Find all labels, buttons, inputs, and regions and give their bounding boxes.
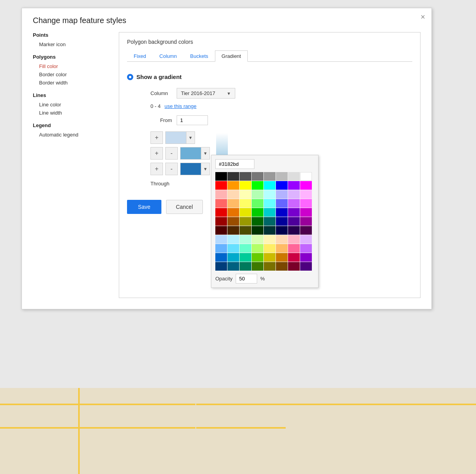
cc-r7c8[interactable] <box>300 244 312 253</box>
cc-r1c8[interactable] <box>300 190 312 199</box>
cc-r8c8[interactable] <box>300 253 312 262</box>
color-cell-grey3[interactable] <box>264 172 276 181</box>
cc-r8c7[interactable] <box>288 253 300 262</box>
cc-r4c4[interactable] <box>252 217 263 226</box>
color-cell-red[interactable] <box>215 181 227 190</box>
cc-r9c4[interactable] <box>252 262 263 271</box>
cc-r9c8[interactable] <box>300 262 312 271</box>
cc-r9c7[interactable] <box>288 262 300 271</box>
cc-r4c2[interactable] <box>227 217 239 226</box>
add-color-1-button[interactable]: + <box>150 131 163 144</box>
color-swatch-1-button[interactable]: ▼ <box>165 131 195 144</box>
cc-r4c3[interactable] <box>240 217 251 226</box>
from-input[interactable] <box>177 115 208 125</box>
cc-r1c7[interactable] <box>288 190 300 199</box>
color-swatch-3-button[interactable]: ▼ <box>180 163 210 175</box>
cc-r1c3[interactable] <box>240 190 251 199</box>
cc-r4c1[interactable] <box>215 217 227 226</box>
cc-r6c7[interactable] <box>288 235 300 244</box>
remove-color-3-button[interactable]: - <box>165 163 178 175</box>
cc-r5c2[interactable] <box>227 226 239 235</box>
cc-r7c7[interactable] <box>288 244 300 253</box>
cc-r6c6[interactable] <box>276 235 288 244</box>
remove-color-2-button[interactable]: - <box>165 147 178 160</box>
color-cell-cyan[interactable] <box>264 181 276 190</box>
cc-r7c3[interactable] <box>240 244 251 253</box>
color-cell-lightgrey[interactable] <box>288 172 300 181</box>
cc-r2c6[interactable] <box>276 199 288 208</box>
cc-r2c5[interactable] <box>264 199 276 208</box>
color-cell-grey1[interactable] <box>240 172 251 181</box>
cc-r1c6[interactable] <box>276 190 288 199</box>
cc-r9c5[interactable] <box>264 262 276 271</box>
save-button[interactable]: Save <box>127 200 161 214</box>
cc-r6c2[interactable] <box>227 235 239 244</box>
cc-r9c6[interactable] <box>276 262 288 271</box>
cc-r6c4[interactable] <box>252 235 263 244</box>
cc-r9c3[interactable] <box>240 262 251 271</box>
cc-r7c4[interactable] <box>252 244 263 253</box>
color-cell-black[interactable] <box>215 172 227 181</box>
color-cell-white[interactable] <box>300 172 312 181</box>
cc-r2c7[interactable] <box>288 199 300 208</box>
cc-r8c2[interactable] <box>227 253 239 262</box>
cc-r8c6[interactable] <box>276 253 288 262</box>
tab-gradient[interactable]: Gradient <box>215 50 248 62</box>
column-dropdown[interactable]: Tier 2016-2017 ▼ <box>177 88 235 99</box>
tab-buckets[interactable]: Buckets <box>184 50 215 62</box>
add-color-2-button[interactable]: + <box>150 147 163 160</box>
cc-r5c5[interactable] <box>264 226 276 235</box>
cc-r6c3[interactable] <box>240 235 251 244</box>
cc-r3c4[interactable] <box>252 208 263 217</box>
sidebar-item-line-width[interactable]: Line width <box>33 109 115 117</box>
cc-r3c5[interactable] <box>264 208 276 217</box>
color-cell-grey4[interactable] <box>276 172 288 181</box>
cc-r8c3[interactable] <box>240 253 251 262</box>
cc-r3c8[interactable] <box>300 208 312 217</box>
add-color-3-button[interactable]: + <box>150 163 163 175</box>
opacity-input[interactable] <box>236 274 257 284</box>
cc-r8c4[interactable] <box>252 253 263 262</box>
color-cell-magenta[interactable] <box>300 181 312 190</box>
close-button[interactable]: × <box>421 13 425 21</box>
tab-column[interactable]: Column <box>153 50 184 62</box>
sidebar-item-marker-icon[interactable]: Marker icon <box>33 40 115 48</box>
cc-r3c2[interactable] <box>227 208 239 217</box>
tab-fixed[interactable]: Fixed <box>127 50 153 62</box>
cc-r3c6[interactable] <box>276 208 288 217</box>
sidebar-item-border-color[interactable]: Border color <box>33 70 115 79</box>
cc-r1c4[interactable] <box>252 190 263 199</box>
cc-r1c2[interactable] <box>227 190 239 199</box>
cc-r1c1[interactable] <box>215 190 227 199</box>
cc-r3c3[interactable] <box>240 208 251 217</box>
cc-r4c8[interactable] <box>300 217 312 226</box>
cc-r6c5[interactable] <box>264 235 276 244</box>
cc-r5c1[interactable] <box>215 226 227 235</box>
cc-r7c2[interactable] <box>227 244 239 253</box>
cc-r9c2[interactable] <box>227 262 239 271</box>
cc-r1c5[interactable] <box>264 190 276 199</box>
cc-r5c6[interactable] <box>276 226 288 235</box>
cc-r7c6[interactable] <box>276 244 288 253</box>
color-swatch-2-button[interactable]: ▼ <box>180 147 210 160</box>
cc-r8c5[interactable] <box>264 253 276 262</box>
sidebar-item-auto-legend[interactable]: Automatic legend <box>33 131 115 139</box>
cc-r4c7[interactable] <box>288 217 300 226</box>
cc-r5c3[interactable] <box>240 226 251 235</box>
hex-input[interactable] <box>215 159 254 169</box>
sidebar-item-fill-color[interactable]: Fill color <box>33 62 115 70</box>
color-cell-grey2[interactable] <box>252 172 263 181</box>
color-cell-yellow[interactable] <box>240 181 251 190</box>
color-cell-blue[interactable] <box>276 181 288 190</box>
cc-r5c7[interactable] <box>288 226 300 235</box>
cc-r3c1[interactable] <box>215 208 227 217</box>
cc-r2c4[interactable] <box>252 199 263 208</box>
cc-r2c8[interactable] <box>300 199 312 208</box>
cc-r6c1[interactable] <box>215 235 227 244</box>
cancel-button[interactable]: Cancel <box>166 200 203 214</box>
color-cell-green[interactable] <box>252 181 263 190</box>
sidebar-item-border-width[interactable]: Border width <box>33 79 115 87</box>
cc-r6c8[interactable] <box>300 235 312 244</box>
cc-r4c5[interactable] <box>264 217 276 226</box>
show-gradient-radio[interactable] <box>127 74 133 80</box>
